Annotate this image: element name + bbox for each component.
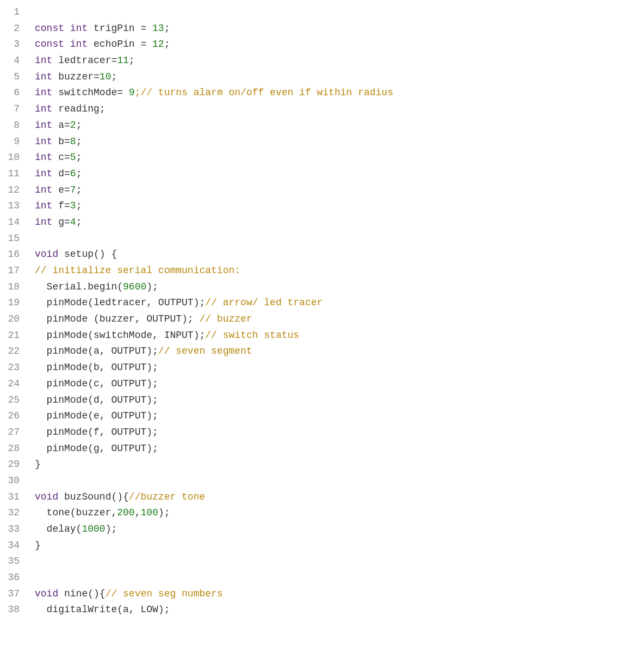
token-number: 9 — [129, 87, 135, 98]
token-plain: pinMode(a, OUTPUT); — [35, 346, 158, 356]
code-line: } — [35, 457, 635, 473]
token-kw-type: int — [35, 152, 58, 163]
token-kw-type: int — [35, 136, 58, 147]
token-kw-const: const — [35, 39, 70, 50]
line-number: 6 — [4, 85, 20, 101]
token-number: 8 — [70, 136, 76, 147]
token-comment: ;// turns alarm on/off even if within ra… — [135, 87, 393, 98]
token-plain: pinMode(ledtracer, OUTPUT); — [35, 297, 205, 308]
token-plain: ; — [76, 217, 82, 227]
token-kw-type: int — [35, 200, 58, 211]
code-line: const int trigPin = 13; — [35, 21, 635, 37]
line-number: 12 — [4, 182, 20, 199]
code-line: int d=6; — [35, 166, 635, 182]
token-plain: g= — [58, 217, 70, 227]
token-plain: ; — [164, 23, 170, 34]
token-plain: b= — [58, 136, 70, 147]
line-number: 19 — [4, 295, 20, 311]
token-plain: ; — [129, 55, 135, 66]
token-kw-type: int — [35, 184, 58, 195]
line-number: 11 — [4, 166, 20, 182]
token-plain: a= — [58, 120, 70, 131]
token-number: 100 — [140, 507, 158, 518]
line-number: 2 — [4, 21, 20, 37]
line-number: 5 — [4, 69, 20, 85]
code-line: tone(buzzer,200,100); — [35, 505, 635, 521]
line-number: 4 — [4, 53, 20, 69]
token-kw-void: void — [35, 588, 64, 599]
token-number: 1000 — [82, 524, 105, 534]
code-line: pinMode(a, OUTPUT);// seven segment — [35, 343, 635, 360]
line-number: 10 — [4, 150, 20, 166]
code-line: int b=8; — [35, 134, 635, 150]
token-kw-type: int — [35, 103, 58, 114]
line-number: 1 — [4, 4, 20, 21]
line-number: 33 — [4, 521, 20, 538]
token-comment: //buzzer tone — [129, 491, 205, 502]
code-editor: 1234567891011121314151617181920212223242… — [0, 0, 644, 665]
line-number: 32 — [4, 505, 20, 521]
line-number: 38 — [4, 602, 20, 618]
token-plain: pinMode(c, OUTPUT); — [35, 378, 158, 389]
token-plain: c= — [58, 152, 70, 163]
token-number: 6 — [70, 168, 76, 179]
line-number: 30 — [4, 473, 20, 489]
line-number: 22 — [4, 343, 20, 360]
token-kw-type: int — [35, 71, 58, 82]
code-line: int f=3; — [35, 198, 635, 214]
token-plain: ); — [146, 281, 158, 292]
code-line: pinMode(f, OUTPUT); — [35, 424, 635, 441]
code-line: int switchMode= 9;// turns alarm on/off … — [35, 85, 635, 101]
token-comment: // arrow/ led tracer — [205, 297, 323, 308]
line-number: 17 — [4, 263, 20, 279]
line-number: 35 — [4, 553, 20, 570]
line-number: 21 — [4, 328, 20, 344]
line-number: 31 — [4, 489, 20, 506]
token-number: 10 — [100, 71, 112, 82]
token-plain: tone(buzzer, — [35, 507, 117, 518]
token-kw-type: int — [35, 55, 58, 66]
line-number: 3 — [4, 36, 20, 53]
token-plain: nine(){ — [64, 588, 106, 599]
code-line — [35, 553, 635, 570]
token-plain: pinMode(e, OUTPUT); — [35, 410, 158, 421]
code-line: delay(1000); — [35, 521, 635, 538]
code-line: int a=2; — [35, 118, 635, 134]
code-line: } — [35, 538, 635, 554]
line-number: 8 — [4, 118, 20, 134]
token-plain: ; — [76, 168, 82, 179]
code-line: int e=7; — [35, 182, 635, 199]
token-plain: ; — [76, 152, 82, 163]
token-plain: buzSound(){ — [64, 491, 129, 502]
code-content[interactable]: const int trigPin = 13;const int echoPin… — [26, 0, 644, 665]
token-plain: buzzer= — [58, 71, 100, 82]
line-number: 13 — [4, 198, 20, 214]
token-number: 4 — [70, 217, 76, 227]
token-plain: switchMode= — [58, 87, 129, 98]
token-comment: // seven segment — [158, 346, 252, 356]
line-numbers: 1234567891011121314151617181920212223242… — [0, 0, 26, 665]
token-plain: pinMode(b, OUTPUT); — [35, 362, 158, 373]
token-plain: ; — [164, 39, 170, 50]
token-plain: f= — [58, 200, 70, 211]
token-number: 5 — [70, 152, 76, 163]
line-number: 37 — [4, 586, 20, 602]
token-number: 7 — [70, 184, 76, 195]
code-line: int g=4; — [35, 214, 635, 231]
token-kw-type: int — [35, 217, 58, 227]
token-plain: trigPin = — [94, 23, 152, 34]
token-kw-type: int — [70, 39, 94, 50]
token-number: 200 — [117, 507, 134, 518]
token-plain: ; — [76, 200, 82, 211]
token-plain: delay( — [35, 524, 82, 534]
token-plain: pinMode(g, OUTPUT); — [35, 443, 158, 454]
token-plain: pinMode(switchMode, INPUT); — [35, 330, 205, 341]
token-number: 9600 — [123, 281, 146, 292]
code-line — [35, 473, 635, 489]
token-number: 2 — [70, 120, 76, 131]
code-line: void nine(){// seven seg numbers — [35, 586, 635, 602]
token-plain: e= — [58, 184, 70, 195]
line-number: 9 — [4, 134, 20, 150]
line-number: 34 — [4, 538, 20, 554]
token-plain: pinMode(d, OUTPUT); — [35, 395, 158, 405]
